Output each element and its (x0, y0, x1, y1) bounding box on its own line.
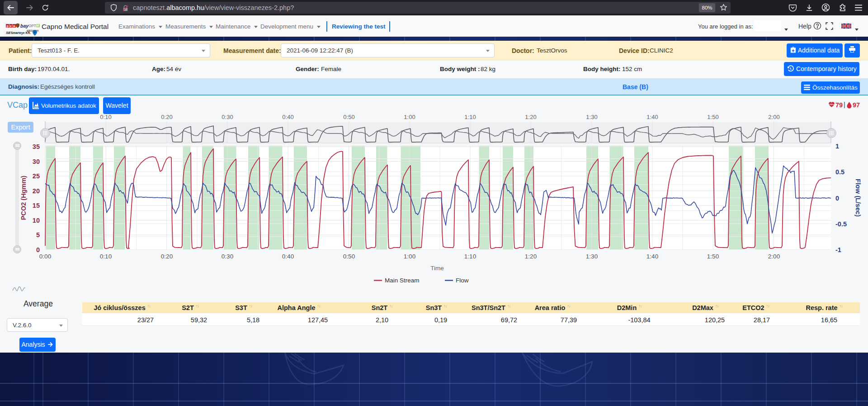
svg-text:1:40: 1:40 (646, 253, 658, 260)
svg-text:0:10: 0:10 (100, 253, 112, 260)
svg-text:p: p (6, 24, 8, 28)
svg-text:OPTI: OPTI (28, 24, 37, 28)
svg-text:0:40: 0:40 (282, 114, 293, 120)
svg-text:20: 20 (33, 187, 40, 195)
svg-text:1: 1 (835, 143, 839, 150)
svg-text:1:10: 1:10 (464, 114, 476, 120)
svg-text:1:20: 1:20 (525, 114, 536, 120)
svg-text:1:20: 1:20 (525, 253, 537, 260)
svg-text:0:30: 0:30 (222, 253, 233, 260)
svg-text:35: 35 (33, 143, 40, 150)
svg-text:0: 0 (36, 246, 40, 253)
svg-text:1:50: 1:50 (707, 253, 719, 260)
svg-text:0:20: 0:20 (161, 114, 172, 120)
svg-text:0:20: 0:20 (161, 253, 173, 260)
svg-text:0:00: 0:00 (39, 253, 51, 260)
svg-text:2:00: 2:00 (768, 253, 780, 260)
svg-text:15: 15 (33, 202, 40, 209)
svg-text:0:50: 0:50 (343, 114, 354, 120)
svg-text:SE: SE (6, 31, 11, 35)
svg-text:PCO2 (Hgmm): PCO2 (Hgmm) (20, 176, 27, 220)
svg-text:1:50: 1:50 (707, 114, 718, 120)
svg-text:0:30: 0:30 (222, 114, 233, 120)
svg-text:1:30: 1:30 (586, 253, 598, 260)
svg-text:2:00: 2:00 (768, 114, 779, 120)
svg-text:1:30: 1:30 (586, 114, 597, 120)
svg-text:Flow: Flow (456, 277, 469, 284)
svg-text:-0.5: -0.5 (835, 220, 847, 228)
svg-text:0: 0 (835, 195, 839, 202)
svg-text:1:00: 1:00 (404, 114, 415, 120)
svg-text:-1: -1 (835, 246, 841, 253)
svg-text:0.5: 0.5 (835, 168, 844, 176)
svg-text:5: 5 (36, 231, 40, 239)
svg-text:Main Stream: Main Stream (385, 277, 420, 284)
svg-text:bay: bay (20, 23, 29, 29)
svg-text:a: a (14, 24, 15, 28)
svg-text:0:50: 0:50 (343, 253, 355, 260)
svg-text:e: e (10, 24, 12, 28)
svg-text:1:40: 1:40 (646, 114, 658, 120)
svg-text:0:40: 0:40 (282, 253, 294, 260)
svg-text:M: M (37, 24, 39, 27)
svg-text:1:10: 1:10 (464, 253, 476, 260)
svg-text:1:00: 1:00 (404, 253, 415, 260)
svg-text:10: 10 (33, 217, 40, 224)
svg-text:30: 30 (33, 158, 40, 165)
svg-text:0:10: 0:10 (100, 114, 111, 120)
svg-text:Flow (L/sec): Flow (L/sec) (854, 179, 862, 217)
svg-text:25: 25 (33, 172, 40, 180)
svg-text:Time: Time (430, 265, 444, 272)
